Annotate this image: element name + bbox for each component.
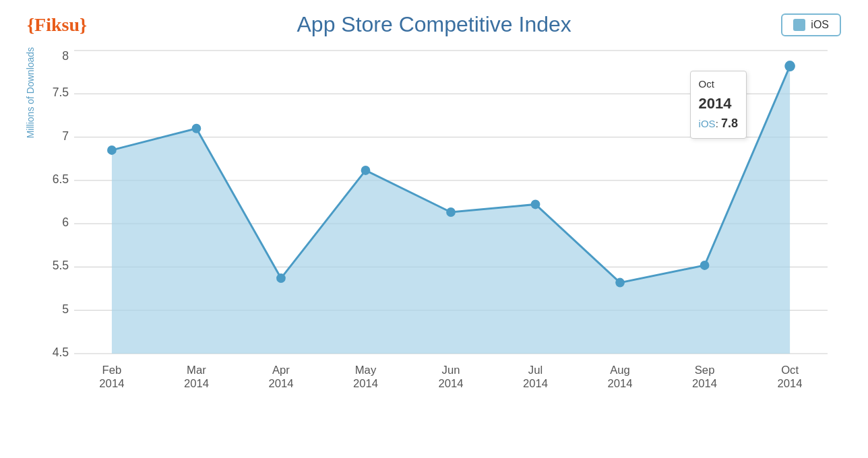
logo: {Fiksu} [27,14,87,36]
legend: iOS [781,13,841,36]
svg-text:2014: 2014 [353,377,378,390]
svg-text:8: 8 [62,49,69,63]
svg-text:2014: 2014 [608,377,633,390]
svg-point-23 [615,278,625,288]
legend-color-swatch [793,19,805,31]
svg-text:2014: 2014 [523,377,548,390]
chart-area: Millions of Downloads 4.5 5 [27,44,841,394]
svg-text:2014: 2014 [99,377,124,390]
svg-text:Jun: Jun [442,364,460,377]
svg-point-24 [700,261,710,270]
svg-text:6.5: 6.5 [53,172,69,186]
header: {Fiksu} App Store Competitive Index iOS [0,0,868,44]
svg-text:2014: 2014 [438,377,463,390]
svg-text:Aug: Aug [610,364,630,377]
svg-text:7: 7 [62,129,69,142]
svg-text:5: 5 [62,302,69,316]
legend-label: iOS [811,19,829,31]
svg-text:4.5: 4.5 [53,346,69,359]
svg-text:5.5: 5.5 [53,259,69,272]
svg-text:2014: 2014 [268,377,293,390]
svg-point-20 [361,166,371,175]
svg-point-19 [276,273,286,283]
svg-text:Oct: Oct [781,364,799,377]
svg-text:Apr: Apr [272,364,290,377]
chart-inner: 4.5 5 5.5 6 6.5 7 7.5 8 [74,51,828,354]
svg-text:Feb: Feb [102,364,122,377]
svg-text:Mar: Mar [187,364,206,377]
svg-text:May: May [355,364,377,377]
svg-point-21 [446,207,456,217]
svg-point-17 [107,145,117,155]
svg-text:Jul: Jul [528,364,542,377]
svg-text:Sep: Sep [695,364,715,377]
svg-text:2014: 2014 [692,377,717,390]
svg-text:2014: 2014 [184,377,209,390]
svg-text:6: 6 [62,216,69,229]
svg-point-22 [531,199,540,209]
chart-svg: 4.5 5 5.5 6 6.5 7 7.5 8 [74,51,828,354]
app-container: {Fiksu} App Store Competitive Index iOS … [0,0,868,458]
svg-point-18 [192,124,202,133]
y-axis-label: Millions of Downloads [25,47,36,138]
svg-point-25 [784,61,795,71]
page-title: App Store Competitive Index [87,12,781,37]
svg-text:2014: 2014 [778,377,803,390]
svg-text:7.5: 7.5 [53,86,69,99]
